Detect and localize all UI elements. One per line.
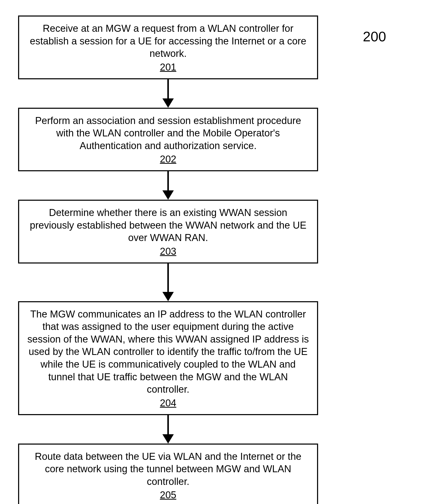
step-205: Route data between the UE via WLAN and t…: [18, 444, 318, 504]
step-202: Perform an association and session estab…: [18, 108, 318, 172]
step-ref: 202: [27, 153, 309, 166]
arrow-icon: [162, 171, 174, 200]
step-ref: 201: [27, 61, 309, 74]
step-text: Route data between the UE via WLAN and t…: [35, 451, 302, 487]
step-ref: 203: [27, 245, 309, 258]
arrow-shaft: [167, 415, 169, 434]
page: 200 Receive at an MGW a request from a W…: [0, 0, 443, 504]
arrow-head: [162, 292, 174, 301]
arrow-shaft: [167, 263, 169, 292]
step-ref: 204: [27, 397, 309, 409]
arrow-shaft: [167, 79, 169, 98]
step-text: Receive at an MGW a request from a WLAN …: [30, 23, 306, 59]
step-ref: 205: [27, 489, 309, 501]
figure-number: 200: [363, 28, 386, 44]
arrow-icon: [162, 415, 174, 444]
step-203: Determine whether there is an existing W…: [18, 200, 318, 263]
flowchart: Receive at an MGW a request from a WLAN …: [18, 15, 318, 504]
arrow-head: [162, 434, 174, 444]
step-text: The MGW communicates an IP address to th…: [27, 309, 309, 395]
step-201: Receive at an MGW a request from a WLAN …: [18, 15, 318, 79]
arrow-head: [162, 98, 174, 108]
step-204: The MGW communicates an IP address to th…: [18, 301, 318, 415]
arrow-icon: [162, 79, 174, 108]
arrow-icon: [162, 263, 174, 301]
step-text: Determine whether there is an existing W…: [30, 207, 306, 243]
step-text: Perform an association and session estab…: [35, 115, 301, 151]
arrow-head: [162, 190, 174, 200]
arrow-shaft: [167, 171, 169, 190]
